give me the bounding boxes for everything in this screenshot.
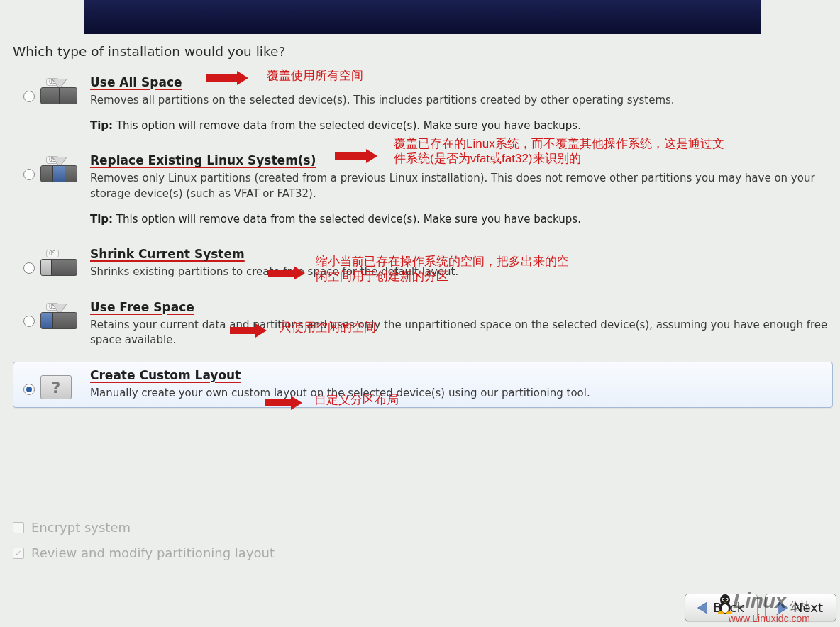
- disk-icon: OS: [40, 245, 79, 276]
- nav-buttons: Back Next: [685, 594, 836, 621]
- annotation-text: 只使用空闲的空间: [280, 320, 376, 335]
- disk-icon: OS: [40, 152, 79, 182]
- arrow-left-icon: [698, 602, 707, 614]
- os-badge: OS: [46, 250, 59, 257]
- option-tip: Tip: This option will remove data from t…: [90, 212, 828, 228]
- option-desc: Removes only Linux partitions (created f…: [90, 171, 828, 202]
- disk-icon: OS: [40, 299, 79, 329]
- option-tip: Tip: This option will remove data from t…: [90, 118, 828, 134]
- back-button[interactable]: Back: [685, 594, 758, 621]
- option-title: Use All Space: [90, 74, 182, 91]
- bottom-checkboxes: Encrypt system ✓ Review and modify parti…: [13, 515, 275, 566]
- annotation-arrow-icon: [206, 73, 248, 83]
- checkbox-label: Review and modify partitioning layout: [31, 540, 275, 566]
- checkbox-encrypt-system[interactable]: Encrypt system: [13, 515, 275, 540]
- icon-col: OS: [40, 72, 90, 104]
- annotation-text: 覆盖使用所有空间: [267, 68, 363, 83]
- arrow-right-icon: [778, 602, 788, 614]
- radio-use-free-space[interactable]: [23, 316, 35, 327]
- radio-replace-existing[interactable]: [23, 169, 35, 180]
- option-title: Replace Existing Linux System(s): [90, 152, 316, 170]
- option-title: Create Custom Layout: [90, 367, 241, 384]
- option-title: Use Free Space: [90, 299, 194, 316]
- disk-icon: OS: [40, 74, 79, 104]
- next-label: Next: [793, 600, 823, 615]
- annotation-arrow-icon: [230, 326, 267, 335]
- back-label: Back: [713, 600, 744, 615]
- header-banner: [84, 0, 761, 34]
- option-create-custom[interactable]: ? Create Custom Layout Manually create y…: [13, 362, 833, 408]
- annotation-text: 缩小当前已存在操作系统的空间，把多出来的空闲空间用于创建新的分区: [316, 254, 578, 284]
- checkbox-icon: ✓: [13, 548, 24, 559]
- radio-create-custom[interactable]: [23, 384, 35, 395]
- radio-col: [18, 72, 40, 102]
- option-desc: Retains your current data and partitions…: [90, 318, 828, 349]
- annotation-text: 覆盖已存在的Linux系统，而不覆盖其他操作系统，这是通过文件系统(是否为vfa…: [394, 136, 731, 167]
- annotation-arrow-icon: [335, 151, 377, 161]
- annotation-text: 自定义分区布局: [314, 392, 399, 407]
- option-use-free-space[interactable]: OS Use Free Space Retains your current d…: [13, 294, 833, 355]
- radio-shrink-current[interactable]: [23, 262, 35, 274]
- radio-use-all-space[interactable]: [23, 91, 35, 102]
- option-desc: Manually create your own custom layout o…: [90, 386, 828, 401]
- next-button[interactable]: Next: [765, 594, 836, 621]
- checkbox-label: Encrypt system: [31, 515, 131, 540]
- installer-question: Which type of installation would you lik…: [13, 44, 833, 59]
- option-title: Shrink Current System: [90, 245, 245, 263]
- option-desc: Removes all partitions on the selected d…: [90, 93, 828, 109]
- annotation-arrow-icon: [265, 398, 302, 408]
- option-use-all-space[interactable]: OS Use All Space Removes all partitions …: [13, 69, 833, 140]
- checkbox-review-partitioning[interactable]: ✓ Review and modify partitioning layout: [13, 540, 275, 566]
- annotation-arrow-icon: [268, 268, 305, 278]
- installer-content: Which type of installation would you lik…: [13, 44, 833, 415]
- option-text: Use All Space Removes all partitions on …: [90, 72, 828, 133]
- checkbox-icon: [13, 522, 24, 533]
- question-icon: ?: [40, 375, 72, 399]
